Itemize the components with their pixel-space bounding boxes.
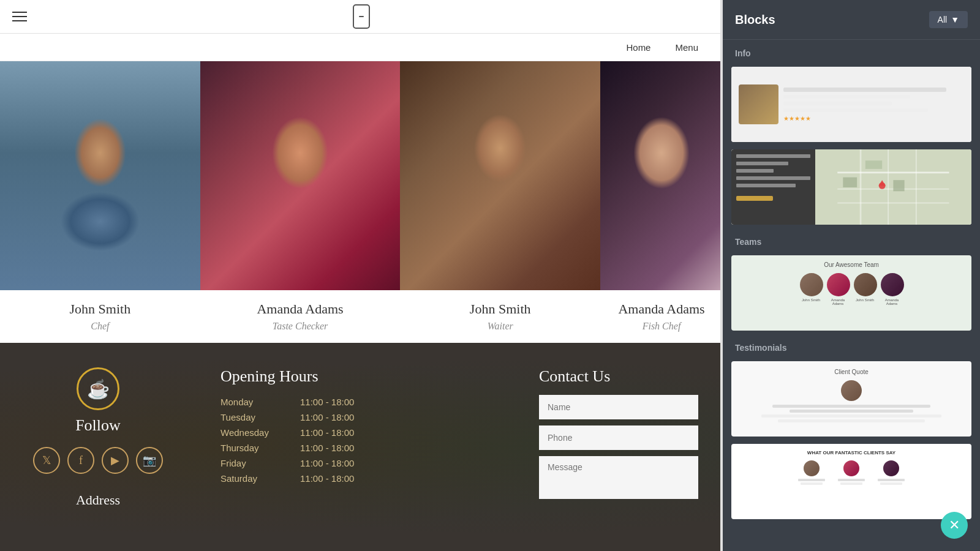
sidebar-filter-button[interactable]: All ▼	[929, 11, 968, 28]
close-fab-button[interactable]: ✕	[941, 512, 968, 539]
team-photo-1	[0, 61, 200, 290]
footer-address-label: Address	[76, 492, 120, 508]
preview-avatar-4: Amanda Adams	[881, 273, 903, 305]
facebook-icon[interactable]: f	[67, 447, 94, 474]
footer-logo-icon: ☕	[77, 367, 119, 410]
sidebar-section-testimonials: Testimonials	[723, 334, 980, 358]
quote-title: Client Quote	[834, 369, 869, 375]
member-name-4: Amanda Adams	[606, 301, 717, 317]
hours-day-thursday: Thursday	[221, 443, 282, 453]
food-photo-preview	[739, 84, 778, 124]
sidebar-section-info: Info	[723, 40, 980, 63]
footer-hours-column: Opening Hours Monday 11:00 - 18:00 Tuesd…	[184, 367, 539, 489]
toolbar	[0, 0, 723, 34]
contact-phone-input[interactable]	[539, 425, 698, 450]
hours-row-thursday: Thursday 11:00 - 18:00	[221, 443, 539, 453]
hours-time-monday: 11:00 - 18:00	[300, 397, 354, 407]
sidebar-block-restaurant-info[interactable]: ★★★★★	[731, 67, 971, 142]
hours-day-saturday: Saturday	[221, 473, 282, 484]
preview-avatar-3: John Smith	[854, 273, 876, 305]
testimonial-preview-1: Client Quote	[731, 361, 971, 437]
sidebar: Blocks All ▼ Info ★★★★★	[723, 0, 980, 551]
team-info-4: Amanda Adams Fish Chef	[600, 290, 723, 343]
hours-time-wednesday: 11:00 - 18:00	[300, 427, 354, 438]
team-block-preview: Our Awesome Team John Smith Amanda Adams…	[731, 255, 971, 331]
team-info-1: John Smith Chef	[0, 290, 200, 343]
sidebar-block-testimonial-2[interactable]: WHAT OUR FANTASTIC CLIENTS SAY	[731, 444, 971, 519]
sidebar-header: Blocks All ▼	[723, 0, 980, 40]
member-role-3: Waiter	[406, 321, 594, 332]
quote-line-4	[778, 419, 924, 422]
sidebar-section-teams: Teams	[723, 228, 980, 252]
sidebar-block-teams[interactable]: Our Awesome Team John Smith Amanda Adams…	[731, 255, 971, 331]
quote-line-3	[761, 414, 941, 418]
svg-rect-1	[837, 172, 949, 174]
contact-name-input[interactable]	[539, 395, 698, 419]
team-photo-4	[600, 61, 723, 290]
svg-rect-3	[837, 203, 949, 204]
hours-time-friday: 11:00 - 18:00	[300, 458, 354, 468]
nav-home[interactable]: Home	[626, 42, 650, 53]
filter-chevron-icon: ▼	[951, 15, 959, 24]
hours-row-monday: Monday 11:00 - 18:00	[221, 397, 539, 407]
hours-day-monday: Monday	[221, 397, 282, 407]
testimonial2-cards-row	[795, 460, 908, 486]
preview-avatar-1: John Smith	[800, 273, 822, 305]
team-card-4: Amanda Adams Fish Chef	[600, 61, 723, 343]
hours-day-wednesday: Wednesday	[221, 427, 282, 438]
phone-preview-icon[interactable]	[353, 4, 370, 29]
team-photo-3	[400, 61, 600, 290]
youtube-icon[interactable]: ▶	[102, 447, 129, 474]
t2-card-2	[835, 460, 869, 486]
t2-card-1	[795, 460, 829, 486]
member-name-3: John Smith	[406, 301, 594, 317]
member-name-2: Amanda Adams	[206, 301, 394, 317]
footer-contact-column: Contact Us	[539, 367, 723, 501]
member-role-4: Fish Chef	[606, 321, 717, 332]
svg-rect-6	[916, 149, 917, 225]
contact-us-title: Contact Us	[539, 367, 704, 386]
svg-rect-5	[888, 149, 889, 225]
hours-row-saturday: Saturday 11:00 - 18:00	[221, 473, 539, 484]
svg-rect-4	[860, 149, 862, 225]
social-icons-row: 𝕏 f ▶ 📷	[33, 447, 163, 474]
t2-card-3	[875, 460, 908, 486]
team-info-2: Amanda Adams Taste Checker	[200, 290, 401, 343]
quote-avatar	[841, 380, 862, 401]
map-preview	[731, 149, 971, 225]
opening-hours-title: Opening Hours	[221, 367, 539, 386]
hours-row-tuesday: Tuesday 11:00 - 18:00	[221, 412, 539, 422]
map-info-left	[731, 149, 815, 225]
contact-message-textarea[interactable]	[539, 456, 698, 499]
quote-line-2	[790, 410, 913, 413]
svg-rect-9	[894, 180, 905, 191]
info-text-preview: ★★★★★	[783, 88, 964, 122]
member-name-1: John Smith	[6, 301, 194, 317]
hours-day-tuesday: Tuesday	[221, 412, 282, 422]
team-section: John Smith Chef Amanda Adams Taste Check…	[0, 61, 723, 343]
map-visual	[815, 149, 971, 225]
footer-follow-column: ☕ Follow 𝕏 f ▶ 📷 Address	[0, 367, 184, 508]
hours-time-saturday: 11:00 - 18:00	[300, 473, 354, 484]
nav-bar: Home Menu	[0, 34, 723, 61]
testimonial-preview-2: WHAT OUR FANTASTIC CLIENTS SAY	[731, 444, 971, 519]
testimonial2-title: WHAT OUR FANTASTIC CLIENTS SAY	[807, 450, 895, 455]
sidebar-block-map-info[interactable]	[731, 149, 971, 225]
svg-rect-7	[843, 178, 858, 187]
nav-menu[interactable]: Menu	[675, 42, 698, 53]
quote-line-1	[772, 405, 930, 408]
instagram-icon[interactable]: 📷	[136, 447, 163, 474]
footer-follow-label: Follow	[75, 416, 121, 435]
hours-row-friday: Friday 11:00 - 18:00	[221, 458, 539, 468]
member-role-1: Chef	[6, 321, 194, 332]
hours-time-tuesday: 11:00 - 18:00	[300, 412, 354, 422]
hours-day-friday: Friday	[221, 458, 282, 468]
sidebar-title: Blocks	[735, 13, 775, 27]
hamburger-menu-icon[interactable]	[12, 12, 27, 21]
team-card-1: John Smith Chef	[0, 61, 200, 343]
twitter-icon[interactable]: 𝕏	[33, 447, 60, 474]
team-card-2: Amanda Adams Taste Checker	[200, 61, 401, 343]
sidebar-block-testimonial-1[interactable]: Client Quote	[731, 361, 971, 437]
team-avatars-preview: John Smith Amanda Adams John Smith Amand…	[800, 273, 903, 305]
team-photo-2	[200, 61, 401, 290]
